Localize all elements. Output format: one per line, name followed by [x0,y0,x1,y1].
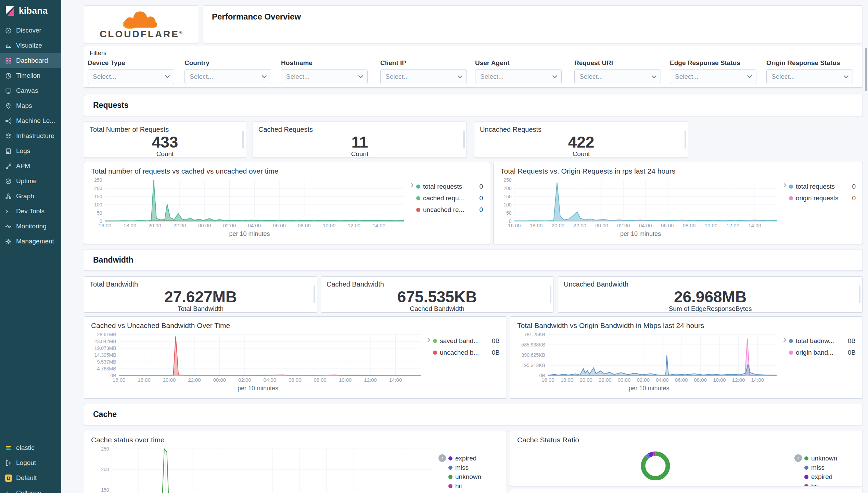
legend-item[interactable]: expired [804,472,856,481]
legend-label: total badnw... [796,337,845,345]
legend-toggle[interactable]: ‹ [794,454,802,462]
filter-select[interactable]: Select... [766,69,853,84]
legend-item[interactable]: uncached re...0 [416,204,483,216]
svg-text:50: 50 [97,210,102,216]
machine-learning-icon [5,118,12,124]
sidebar-item-uptime[interactable]: Uptime [0,174,61,189]
panel-scrollbar [314,286,315,303]
panel-scrollbar [242,131,244,149]
svg-text:20:00: 20:00 [148,223,161,228]
svg-text:23.842MB: 23.842MB [94,339,116,344]
legend-item[interactable]: uncached b...0B [433,347,500,358]
legend-item[interactable]: total badnw...0B [789,335,856,347]
legend-item[interactable]: origin requests0 [789,192,856,204]
svg-text:04:00: 04:00 [639,223,652,228]
chart-legend: ›total requests0cached requ...0uncached … [408,181,483,238]
filter-placeholder: Select... [93,73,116,80]
legend-item[interactable]: unknown [804,454,856,463]
space-default-badge: D [5,475,12,482]
filter-select[interactable]: Select... [281,69,368,84]
legend-label: hit [811,482,856,486]
legend-label: miss [811,464,856,471]
metric-value: 11 [253,134,467,150]
legend-toggle[interactable]: › [781,181,789,188]
filter-select[interactable]: Select... [670,69,756,84]
filter-label: Client IP [380,59,467,67]
sidebar-item-management[interactable]: Management [0,234,61,249]
panel-cloudflare-logo: CLOUDFLARE® [84,5,198,43]
filter-select[interactable]: Select... [88,69,174,84]
legend-item[interactable]: miss [804,463,856,472]
sidebar-item-logout[interactable]: Logout [0,455,61,470]
sidebar-item-logs[interactable]: Logs [0,143,61,159]
sidebar: kibana DiscoverVisualizeDashboardTimelio… [0,0,61,493]
filter-select[interactable]: Select... [574,69,661,84]
filter-select[interactable]: Select... [380,69,467,84]
svg-text:195.313KB: 195.313KB [522,363,545,368]
legend-item[interactable]: revalidated [448,491,500,493]
section-requests-header: Requests [84,95,863,116]
legend-toggle[interactable]: ‹ [438,454,446,462]
svg-text:18:00: 18:00 [138,377,151,383]
legend-item[interactable]: expired [448,454,500,463]
sidebar-item-machine-le[interactable]: Machine Le... [0,113,61,128]
infrastructure-icon [5,133,12,139]
svg-text:250: 250 [94,177,102,183]
sidebar-item-collapse[interactable]: Collapse [0,485,61,493]
sidebar-nav: DiscoverVisualizeDashboardTimelionCanvas… [0,23,61,249]
sidebar-item-dashboard[interactable]: Dashboard [0,53,61,68]
sidebar-item-dev-tools[interactable]: Dev Tools [0,204,61,219]
scrollbar[interactable] [865,48,867,91]
sidebar-item-monitoring[interactable]: Monitoring [0,219,61,234]
legend-item[interactable]: cached requ...0 [416,192,483,204]
legend-item[interactable]: unknown [448,472,500,481]
filter-placeholder: Select... [190,73,213,80]
metric-title: Uncached Requests [474,122,688,134]
sidebar-item-label: Discover [16,27,41,34]
sidebar-item-discover[interactable]: Discover [0,23,61,38]
legend-value: 0 [479,194,483,202]
legend-item[interactable]: hit [448,481,500,491]
metric-title: Total Bandwidth [84,277,317,288]
legend-item[interactable]: saved band...0B [433,335,500,347]
metric-title: Uncached Bandwidth [558,277,862,288]
sidebar-item-timelion[interactable]: Timelion [0,68,61,83]
legend-item[interactable]: origin band...0B [789,347,856,358]
sidebar-item-apm[interactable]: APM [0,159,61,174]
sidebar-item-infrastructure[interactable]: Infrastructure [0,128,61,143]
panel-performance-overview: Performance Overview [203,5,863,43]
kibana-logo[interactable]: kibana [0,0,61,23]
svg-text:00:00: 00:00 [213,377,226,383]
svg-text:04:00: 04:00 [264,377,277,383]
metric-total-requests: Total Number of Requests 433 Count [84,122,246,158]
legend-toggle[interactable]: › [408,181,416,188]
svg-text:20:00: 20:00 [579,377,592,383]
section-cache-header: Cache [84,404,863,425]
sidebar-item-graph[interactable]: Graph [0,189,61,204]
filter-request-uri: Request URISelect... [574,59,661,84]
svg-text:00:00: 00:00 [198,223,211,228]
sidebar-item-elastic[interactable]: elastic [0,440,61,455]
legend-toggle[interactable]: › [781,335,789,343]
sidebar-item-canvas[interactable]: Canvas [0,83,61,98]
legend-item[interactable]: total requests0 [416,181,483,192]
legend-item[interactable]: hit [804,481,856,486]
legend-label: total requests [796,183,849,190]
legend-dot [416,208,420,212]
sidebar-item-default[interactable]: DDefault [0,470,61,485]
legend-item[interactable]: miss [448,463,500,472]
svg-text:0B: 0B [110,373,116,378]
sidebar-item-visualize[interactable]: Visualize [0,38,61,53]
chart-title: Total number of requests vs cached vs un… [91,167,483,175]
chart-title: Total Bandwidth vs Origin Bandwidth in M… [517,321,856,330]
svg-text:22:00: 22:00 [573,223,586,228]
metric-title: Cached Bandwidth [321,277,553,288]
filter-select[interactable]: Select... [475,69,562,84]
legend-item[interactable]: total requests0 [789,181,856,192]
legend-value: 0B [492,337,500,345]
legend-toggle[interactable]: › [425,335,433,343]
metric-uncached-requests: Uncached Requests 422 Count [474,122,688,158]
legend-dot [448,456,452,460]
sidebar-item-maps[interactable]: Maps [0,98,61,113]
filter-select[interactable]: Select... [184,69,271,84]
